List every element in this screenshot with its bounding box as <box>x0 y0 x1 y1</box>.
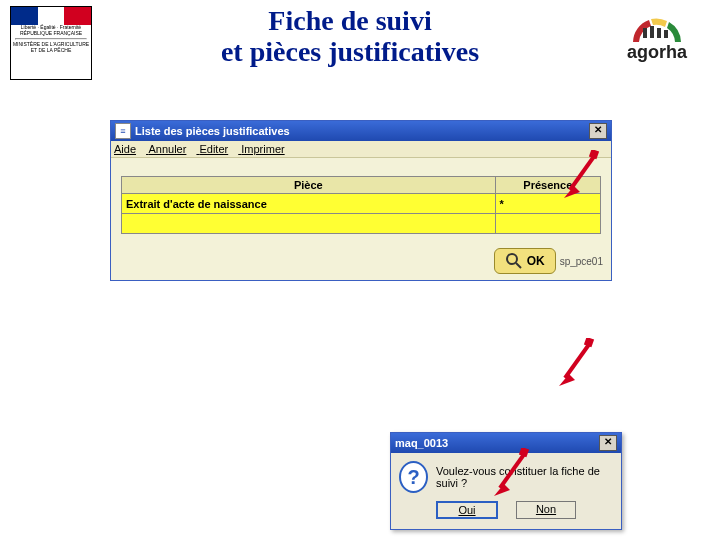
close-icon[interactable]: ✕ <box>599 435 617 451</box>
question-icon: ? <box>399 461 428 493</box>
menubar: Aide Annuler Editer Imprimer <box>111 141 611 158</box>
ok-name-label: sp_pce01 <box>560 256 603 267</box>
logo-caption: RÉPUBLIQUE FRANÇAISE <box>11 31 91 37</box>
logo-caption: MINISTÈRE DE L'AGRICULTURE ET DE LA PÊCH… <box>11 42 91 53</box>
svg-rect-1 <box>650 26 654 38</box>
dialog-title: maq_0013 <box>395 437 448 449</box>
page-title: Fiche de suivi et pièces justificatives <box>120 6 580 68</box>
svg-rect-0 <box>643 28 647 38</box>
confirm-dialog: maq_0013 ✕ ? Voulez-vous constituer la f… <box>390 432 622 530</box>
svg-rect-11 <box>584 338 594 347</box>
agorha-logo: agorha <box>612 14 702 63</box>
menu-editer[interactable]: Editer <box>199 143 228 155</box>
dialog-message: Voulez-vous constituer la fiche de suivi… <box>436 465 613 489</box>
col-presence: Présence <box>495 177 600 194</box>
slide-header: Liberté · Égalité · Fraternité RÉPUBLIQU… <box>0 0 720 84</box>
no-button[interactable]: Non <box>516 501 576 519</box>
magnifier-icon <box>505 252 523 270</box>
cell-presence[interactable]: * <box>495 194 600 214</box>
svg-rect-3 <box>664 30 668 38</box>
svg-line-9 <box>565 343 590 378</box>
svg-rect-2 <box>657 28 661 38</box>
pieces-table: Pièce Présence Extrait d'acte de naissan… <box>121 176 601 234</box>
ministry-logo: Liberté · Égalité · Fraternité RÉPUBLIQU… <box>10 6 92 80</box>
col-piece: Pièce <box>122 177 496 194</box>
title-line: et pièces justificatives <box>221 36 479 67</box>
table-row[interactable]: Extrait d'acte de naissance * <box>122 194 601 214</box>
app-icon: ≡ <box>115 123 131 139</box>
window-titlebar: ≡ Liste des pièces justificatives ✕ <box>111 121 611 141</box>
ok-label: OK <box>527 254 545 268</box>
svg-line-5 <box>516 263 521 268</box>
svg-marker-10 <box>559 374 575 386</box>
dialog-titlebar: maq_0013 ✕ <box>391 433 621 453</box>
close-icon[interactable]: ✕ <box>589 123 607 139</box>
yes-button[interactable]: Oui <box>436 501 498 519</box>
window-title: Liste des pièces justificatives <box>135 125 290 137</box>
title-line: Fiche de suivi <box>268 5 431 36</box>
callout-arrow <box>555 338 595 388</box>
menu-annuler[interactable]: Annuler <box>148 143 186 155</box>
pieces-window: ≡ Liste des pièces justificatives ✕ Aide… <box>110 120 612 281</box>
agorha-text: agorha <box>612 42 702 63</box>
menu-imprimer[interactable]: Imprimer <box>241 143 284 155</box>
menu-aide[interactable]: Aide <box>114 143 136 155</box>
svg-point-4 <box>507 254 517 264</box>
ok-button[interactable]: OK <box>494 248 556 274</box>
cell-piece: Extrait d'acte de naissance <box>122 194 496 214</box>
